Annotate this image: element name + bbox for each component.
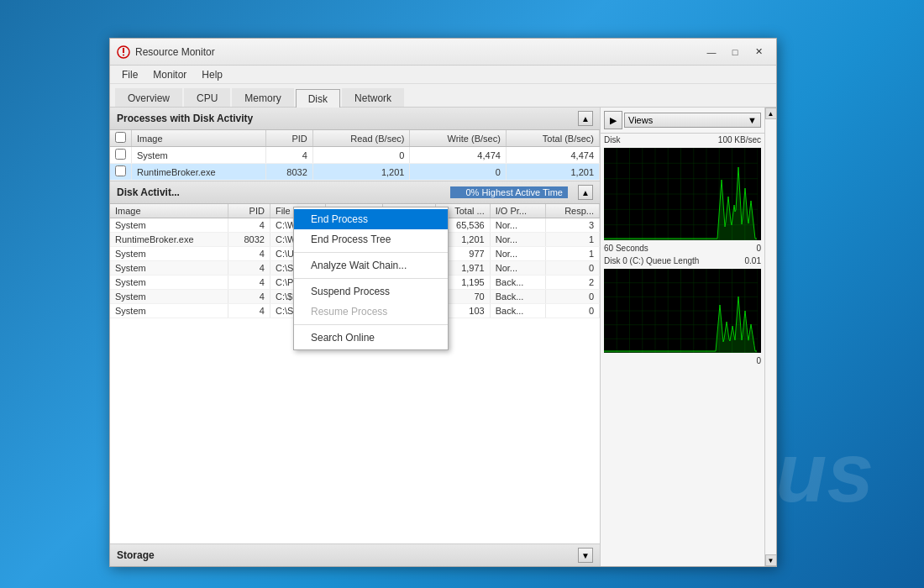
ctx-resume-process: Resume Process — [294, 302, 448, 322]
processes-section-title: Processes with Disk Activity — [117, 113, 253, 124]
expand-button[interactable]: ▶ — [604, 111, 622, 129]
table-row[interactable]: RuntimeBroker.exe 8032 1,201 0 1,201 — [110, 164, 600, 181]
disk-chart-box — [604, 148, 761, 240]
watermark-text: us — [775, 424, 874, 521]
table-row[interactable]: System 4 0 4,474 4,474 — [110, 147, 600, 164]
col-read[interactable]: Read (B/sec) — [312, 130, 410, 147]
storage-section: Storage ▼ — [110, 543, 600, 566]
da-col-resp[interactable]: Resp... — [546, 204, 600, 218]
maximize-button[interactable]: □ — [724, 44, 746, 60]
context-menu: End Process End Process Tree Analyze Wai… — [293, 207, 449, 350]
tabbar: Overview CPU Memory Disk Network — [110, 84, 776, 108]
col-checkbox — [110, 130, 132, 147]
storage-header: Storage ▼ — [110, 544, 600, 566]
ctx-analyze-wait-chain[interactable]: Analyze Wait Chain... — [294, 255, 448, 276]
ctx-separator-3 — [294, 324, 448, 325]
tab-network[interactable]: Network — [342, 88, 404, 107]
tab-disk[interactable]: Disk — [296, 89, 340, 108]
col-image[interactable]: Image — [132, 130, 266, 147]
scroll-track[interactable] — [765, 119, 776, 554]
disk0-chart-box — [604, 269, 761, 353]
close-button[interactable]: ✕ — [748, 44, 769, 60]
col-total[interactable]: Total (B/sec) — [506, 130, 599, 147]
storage-toggle-button[interactable]: ▼ — [578, 548, 593, 563]
seconds-value: 0 — [756, 244, 761, 253]
disk-activity-controls: 0% Highest Active Time ▲ — [450, 185, 593, 200]
disk0-bottom-row: 0 — [601, 354, 764, 367]
tab-cpu[interactable]: CPU — [184, 88, 230, 107]
disk-activity-header: Disk Activit... 0% Highest Active Time ▲ — [110, 181, 600, 204]
disk-chart-label-row: Disk 100 KB/sec — [601, 134, 764, 146]
disk-speed: 100 KB/sec — [718, 135, 761, 144]
right-panel-top: ▶ Views ▼ — [601, 108, 764, 134]
ctx-suspend-process[interactable]: Suspend Process — [294, 281, 448, 302]
scroll-down-button[interactable]: ▼ — [765, 554, 777, 566]
disk-label: Disk — [604, 135, 620, 144]
ctx-separator-1 — [294, 252, 448, 253]
activity-badge-label: 0% Highest Active Time — [465, 187, 563, 197]
menu-file[interactable]: File — [115, 67, 144, 82]
minimize-button[interactable]: — — [701, 44, 722, 60]
disk-activity-title: Disk Activit... — [117, 186, 180, 198]
window-title: Resource Monitor — [135, 46, 701, 58]
ctx-search-online[interactable]: Search Online — [294, 328, 448, 348]
titlebar: Resource Monitor — □ ✕ — [110, 39, 776, 66]
disk-chart-bottom-row: 60 Seconds 0 — [601, 242, 764, 255]
select-all-checkbox[interactable] — [115, 132, 126, 143]
badge-icon — [455, 189, 462, 196]
da-col-pid[interactable]: PID — [228, 204, 270, 218]
ctx-end-process[interactable]: End Process — [294, 209, 448, 229]
processes-section-header: Processes with Disk Activity ▲ — [110, 108, 600, 130]
disk-activity-toggle[interactable]: ▲ — [578, 185, 593, 200]
views-label: Views — [628, 115, 653, 125]
main-area: Processes with Disk Activity ▲ Image PID… — [110, 108, 776, 566]
col-pid[interactable]: PID — [265, 130, 312, 147]
col-write[interactable]: Write (B/sec) — [410, 130, 506, 147]
left-panel: Processes with Disk Activity ▲ Image PID… — [110, 108, 601, 566]
desktop: us ✓ Resource Monitor — □ ✕ File — [0, 0, 924, 588]
menubar: File Monitor Help — [110, 66, 776, 84]
views-arrow-icon: ▼ — [748, 115, 757, 125]
processes-table: Image PID Read (B/sec) Write (B/sec) Tot… — [110, 130, 600, 181]
tab-overview[interactable]: Overview — [115, 88, 182, 107]
ctx-end-process-tree[interactable]: End Process Tree — [294, 229, 448, 249]
scroll-up-button[interactable]: ▲ — [765, 108, 777, 119]
views-dropdown[interactable]: Views ▼ — [624, 113, 761, 128]
seconds-label: 60 Seconds — [604, 244, 648, 253]
resource-monitor-window: Resource Monitor — □ ✕ File Monitor Help… — [109, 38, 777, 567]
right-panel: ▶ Views ▼ Disk 100 KB/sec — [601, 108, 764, 566]
disk0-label: Disk 0 (C:) Queue Length — [604, 256, 699, 265]
disk0-sec-value: 0 — [756, 356, 761, 365]
da-col-image[interactable]: Image — [110, 204, 228, 218]
da-col-io[interactable]: I/O Pr... — [490, 204, 546, 218]
processes-table-container[interactable]: Image PID Read (B/sec) Write (B/sec) Tot… — [110, 130, 600, 181]
right-scrollbar: ▲ ▼ — [764, 108, 776, 566]
titlebar-controls: — □ ✕ — [701, 44, 769, 60]
ctx-separator-2 — [294, 278, 448, 279]
storage-title: Storage — [117, 549, 155, 561]
menu-help[interactable]: Help — [195, 67, 229, 82]
disk0-chart-label-row: Disk 0 (C:) Queue Length 0.01 — [601, 255, 764, 267]
svg-point-3 — [123, 54, 124, 55]
menu-monitor[interactable]: Monitor — [146, 67, 193, 82]
activity-badge: 0% Highest Active Time — [450, 186, 568, 198]
processes-toggle-button[interactable]: ▲ — [578, 111, 593, 126]
disk0-chart-canvas — [604, 269, 758, 353]
disk-chart-canvas — [604, 148, 758, 240]
right-section: ▶ Views ▼ Disk 100 KB/sec — [601, 108, 776, 566]
tab-memory[interactable]: Memory — [232, 88, 293, 107]
disk0-value: 0.01 — [745, 256, 761, 265]
chart-container: Disk 100 KB/sec 60 Seconds 0 Disk 0 ( — [601, 134, 764, 566]
window-icon — [117, 45, 130, 59]
